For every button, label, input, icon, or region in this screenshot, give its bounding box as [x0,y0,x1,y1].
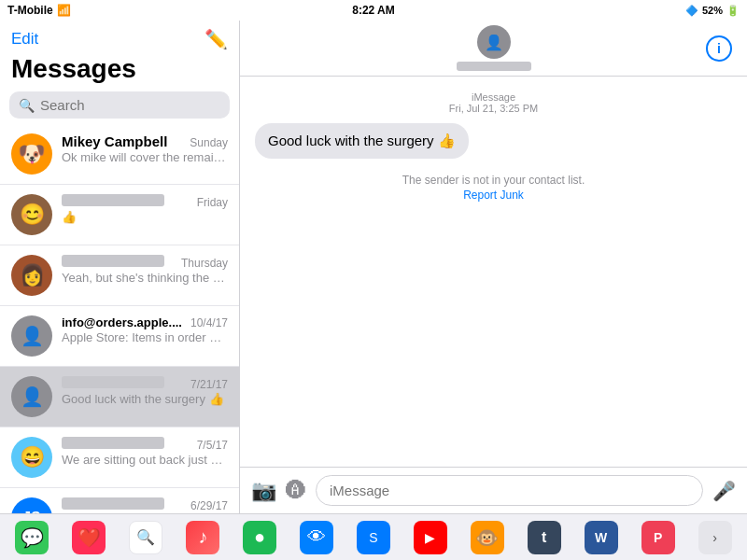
conv-preview: Good luck with the surgery 👍 [62,392,228,406]
avatar: 👤 [11,315,52,357]
conversation-item[interactable]: JS 6/29/17 I will [0,488,239,513]
swirl-dock-icon[interactable]: S [357,521,390,554]
person-icon: 👤 [485,34,503,51]
more-dock-icon[interactable]: › [698,521,732,554]
conversation-item[interactable]: 👩 Thursday Yeah, but she's thinking the … [0,245,239,306]
conv-preview: Yeah, but she's thinking the ra... [62,271,228,285]
conv-time: 7/21/17 [190,378,228,391]
conversation-item[interactable]: 😊 Friday 👍 [0,185,239,245]
wifi-icon: 📶 [57,4,71,17]
initials: JS [22,510,41,513]
conv-top: 7/21/17 [62,376,228,391]
conv-body: info@orders.apple.... 10/4/17 Apple Stor… [62,315,228,344]
conv-time: Thursday [181,257,228,270]
conv-top: Thursday [62,255,228,270]
eye-dock-icon[interactable]: 👁 [300,521,333,554]
apps-button[interactable]: 🅐 [286,479,306,503]
timestamp-label: iMessage Fri, Jul 21, 3:25 PM [255,91,732,114]
conv-top: Friday [62,194,228,209]
messages-title: Messages [11,54,228,84]
edit-button[interactable]: Edit [11,30,38,49]
youtube-dock-icon[interactable]: ▶ [414,521,447,554]
pocket-dock-icon[interactable]: P [641,521,675,554]
conv-body: Mikey Campbell Sunday Ok mike will cover… [62,133,228,164]
monkey-dock-icon[interactable]: 🐵 [471,521,504,554]
avatar: 😊 [11,194,52,235]
conversation-item[interactable]: 😄 7/5/17 We are sitting out back just co… [0,427,239,488]
messages-dock-icon[interactable]: 💬 [15,521,49,554]
status-right: 🔷 52% 🔋 [685,5,740,17]
conv-time: 6/29/17 [190,499,228,512]
sidebar-header: Edit ✏️ [0,21,239,54]
main-content: Edit ✏️ Messages 🔍 🐶 Mikey Campbell Sund… [0,21,747,513]
dock: 💬 ❤️ 🔍 ♪ ● 👁 S ▶ 🐵 t W P › [0,513,747,560]
carrier-label: T-Mobile [7,4,53,17]
info-button[interactable]: i [706,35,732,62]
blurred-name [62,376,164,388]
status-time: 8:22 AM [352,4,395,17]
status-bar: T-Mobile 📶 8:22 AM 🔷 52% 🔋 [0,0,747,21]
battery-icon: 🔋 [726,5,740,17]
conversation-item-selected[interactable]: 👤 7/21/17 Good luck with the surgery 👍 [0,367,239,427]
music-dock-icon[interactable]: ♪ [186,521,219,554]
message-bubble: Good luck with the surgery 👍 [255,123,469,159]
header-center: 👤 [457,25,531,71]
conv-preview: 👍 [62,210,228,224]
header-name-blur [457,62,531,71]
report-junk-link[interactable]: Report Junk [255,189,732,202]
message-input[interactable] [316,475,703,506]
conversation-panel: 👤 i iMessage Fri, Jul 21, 3:25 PM Good l… [240,21,747,513]
compose-button[interactable]: ✏️ [204,28,228,50]
avatar: 😄 [11,437,52,478]
camera-button[interactable]: 📷 [251,479,276,503]
sender-note: The sender is not in your contact list. [255,174,732,187]
conv-name: info@orders.apple.... [62,315,182,329]
conversation-item[interactable]: 🐶 Mikey Campbell Sunday Ok mike will cov… [0,124,239,185]
avatar: 🐶 [11,133,52,175]
messages-area: iMessage Fri, Jul 21, 3:25 PM Good luck … [240,77,747,467]
search-icon: 🔍 [19,98,35,113]
blurred-name [62,497,164,510]
conv-time: Friday [197,196,228,209]
input-area: 📷 🅐 🎤 [240,467,747,513]
avatar: JS [11,497,52,513]
conversation-item[interactable]: 👤 info@orders.apple.... 10/4/17 Apple St… [0,306,239,367]
conv-body: 6/29/17 I will [62,497,228,513]
avatar: 👩 [11,255,52,296]
conv-body: 7/5/17 We are sitting out back just come… [62,437,228,467]
conv-time: 10/4/17 [190,316,228,329]
blurred-name [62,437,164,449]
conv-body: Thursday Yeah, but she's thinking the ra… [62,255,228,285]
conv-top: info@orders.apple.... 10/4/17 [62,315,228,329]
conversation-list: 🐶 Mikey Campbell Sunday Ok mike will cov… [0,124,239,513]
avatar: 👤 [11,376,52,417]
search-dock-icon[interactable]: 🔍 [129,521,162,554]
search-bar[interactable]: 🔍 [9,91,230,119]
person-icon: 👤 [21,385,44,408]
conversation-header: 👤 i [240,21,747,77]
conv-body: 7/21/17 Good luck with the surgery 👍 [62,376,228,406]
word-dock-icon[interactable]: W [585,521,618,554]
spotify-dock-icon[interactable]: ● [243,521,276,554]
search-input[interactable] [40,97,220,113]
conv-top: Mikey Campbell Sunday [62,133,228,149]
conv-preview: Apple Store: Items in order W5... [62,330,228,344]
person-icon: 👤 [21,325,44,347]
header-avatar: 👤 [477,25,511,59]
health-dock-icon[interactable]: ❤️ [72,521,106,554]
conv-top: 6/29/17 [62,497,228,512]
conv-preview: Ok mike will cover the remainder [62,150,228,164]
blurred-name [62,194,164,206]
mic-button[interactable]: 🎤 [712,480,736,502]
bluetooth-icon: 🔷 [685,5,698,17]
sidebar: Edit ✏️ Messages 🔍 🐶 Mikey Campbell Sund… [0,21,240,513]
conv-body: Friday 👍 [62,194,228,224]
conv-time: 7/5/17 [197,439,228,452]
conv-preview: We are sitting out back just come in [62,453,228,467]
conv-time: Sunday [190,136,228,149]
battery-label: 52% [702,5,723,16]
conv-name: Mikey Campbell [62,133,167,149]
tumblr-dock-icon[interactable]: t [528,521,561,554]
blurred-name [62,255,164,267]
status-left: T-Mobile 📶 [7,4,71,17]
